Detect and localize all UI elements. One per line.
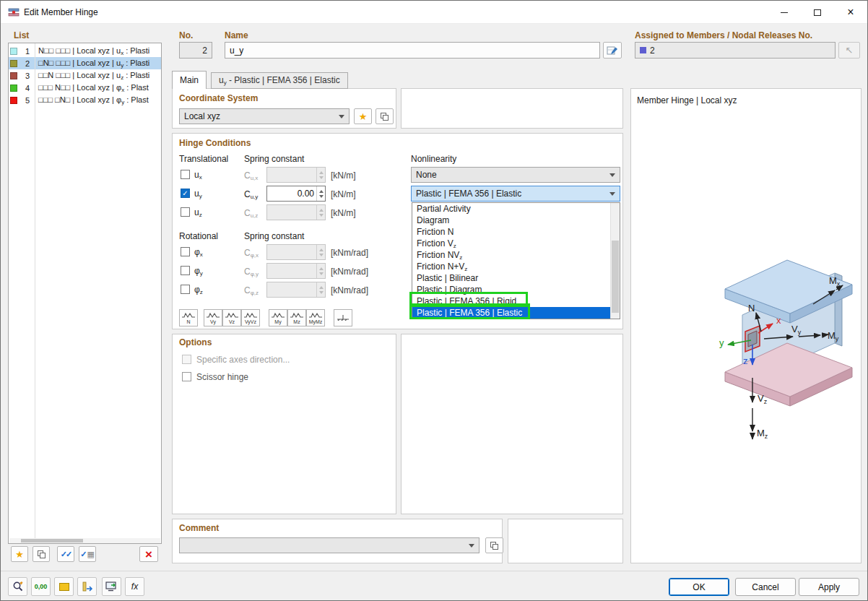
- name-input[interactable]: [225, 42, 600, 59]
- dropdown-item-friction-n[interactable]: Friction N: [412, 226, 620, 238]
- quick-hinge-n-button[interactable]: N: [179, 309, 198, 327]
- dropdown-scrollbar[interactable]: [610, 203, 620, 319]
- tab-main[interactable]: Main: [172, 71, 207, 89]
- spinner-arrows-icon[interactable]: [316, 186, 325, 201]
- spinner-arrows-icon[interactable]: [316, 168, 325, 182]
- pick-members-button[interactable]: ↖: [838, 42, 860, 59]
- title-bar: Edit Member Hinge: [1, 1, 867, 24]
- display-settings-button[interactable]: [102, 577, 121, 596]
- coordinate-system-combo[interactable]: Local xyz: [179, 108, 350, 124]
- ok-button[interactable]: OK: [669, 578, 729, 596]
- nonlinearity-uy-combo-open[interactable]: Plastic | FEMA 356 | Elastic: [411, 186, 620, 202]
- quick-hinge-vz-button[interactable]: Vz: [222, 309, 241, 327]
- dropdown-item-partial-activity[interactable]: Partial Activity: [412, 203, 620, 215]
- edit-member-hinge-dialog: Edit Member Hinge × List 1 N□□ □□□ | Loc…: [0, 0, 868, 601]
- copy-hinge-button[interactable]: [32, 546, 50, 562]
- checkbox-phiy[interactable]: [181, 266, 190, 275]
- edit-coordinate-system-button[interactable]: [376, 108, 394, 124]
- list-item-3[interactable]: 3 □□N □□□ | Local xyz | uz : Plasti: [9, 69, 161, 82]
- color-legend-button[interactable]: [54, 577, 74, 596]
- dropdown-item-plastic-bilinear[interactable]: Plastic | Bilinear: [412, 272, 620, 284]
- cphiy-spinner: [266, 263, 326, 279]
- spinner-arrows-icon[interactable]: [316, 282, 325, 297]
- checkbox-scissor-hinge[interactable]: [182, 372, 191, 381]
- decimal-places-button[interactable]: 0,00: [31, 577, 51, 596]
- checkbox-phiz[interactable]: [181, 285, 190, 294]
- list-item-1[interactable]: 1 N□□ □□□ | Local xyz | ux : Plasti: [9, 45, 161, 57]
- minimize-button[interactable]: [768, 1, 801, 24]
- spinner-arrows-icon[interactable]: [316, 205, 325, 220]
- checkbox-phix[interactable]: [181, 247, 190, 256]
- dropdown-item-plastic-diagram[interactable]: Plastic | Diagram: [412, 284, 620, 295]
- axes-icon: [82, 581, 93, 592]
- scrollbar-thumb[interactable]: [21, 539, 83, 542]
- quick-hinge-vyvz-button[interactable]: VyVz: [241, 309, 260, 327]
- dropdown-item-diagram[interactable]: Diagram: [412, 215, 620, 226]
- axes-toggle-button[interactable]: [77, 577, 97, 596]
- check-all-button[interactable]: ✓✓: [57, 546, 74, 562]
- dropdown-item-plastic-fema-elastic-selected[interactable]: Plastic | FEMA 356 | Elastic: [412, 307, 620, 319]
- phiz-label: φz: [194, 285, 203, 295]
- close-icon: ×: [847, 7, 854, 18]
- zoom-edit-button[interactable]: [8, 577, 27, 596]
- tab-uy-plastic-fema[interactable]: uy - Plastic | FEMA 356 | Elastic: [211, 72, 348, 89]
- spring-icon: [271, 312, 285, 319]
- function-button[interactable]: fx: [125, 577, 144, 596]
- color-swatch: [10, 48, 17, 55]
- cuz-spinner: [266, 204, 326, 220]
- dropdown-item-friction-nvz[interactable]: Friction NVz: [412, 249, 620, 261]
- cphiz-label: Cφ,z: [244, 285, 259, 296]
- quick-button-label: Vy: [210, 319, 216, 324]
- color-swatch: [10, 60, 17, 67]
- list-item-2-selected[interactable]: 2 □N□ □□□ | Local xyz | uy : Plasti: [9, 57, 161, 69]
- quick-hinge-mymz-button[interactable]: MyMz: [306, 309, 325, 327]
- comment-header: Comment: [179, 523, 219, 533]
- cphiy-label: Cφ,y: [244, 267, 259, 277]
- spinner-arrows-icon[interactable]: [316, 245, 325, 259]
- close-button[interactable]: ×: [834, 1, 867, 24]
- delete-hinge-button[interactable]: ×: [139, 546, 158, 562]
- spinner-arrows-icon[interactable]: [316, 264, 325, 278]
- member-color-swatch: [640, 47, 646, 53]
- quick-hinge-my-button[interactable]: My: [269, 309, 287, 327]
- comment-combo[interactable]: [179, 537, 479, 553]
- list-horizontal-scrollbar[interactable]: [9, 538, 160, 543]
- dropdown-item-friction-n-plus-vz[interactable]: Friction N+Vz: [412, 261, 620, 272]
- new-coordinate-system-button[interactable]: ★: [354, 108, 372, 124]
- spring-icon: [225, 312, 239, 319]
- new-star-icon: ★: [359, 112, 368, 121]
- x-axis-label: x: [776, 315, 781, 326]
- cuy-spinner[interactable]: 0.00: [266, 186, 326, 202]
- y-axis-label: y: [719, 337, 724, 348]
- list-item-4[interactable]: 4 □□□ N□□ | Local xyz | φx : Plast: [9, 82, 161, 94]
- checkbox-uy-checked[interactable]: [181, 189, 190, 198]
- new-hinge-button[interactable]: ★: [11, 546, 28, 562]
- nonlinearity-ux-combo[interactable]: None: [411, 167, 620, 183]
- checkbox-uz[interactable]: [181, 207, 190, 217]
- phix-label: φx: [194, 247, 203, 258]
- cphix-spinner: [266, 244, 326, 260]
- phix-unit: [kNm/rad]: [331, 248, 368, 258]
- list-item-label: □□□ □N□ | Local xyz | φy : Plast: [35, 95, 149, 105]
- spring-constant-label: Spring constant: [244, 154, 304, 164]
- list-item-5[interactable]: 5 □□□ □N□ | Local xyz | φy : Plast: [9, 94, 161, 106]
- quick-hinge-reset-button[interactable]: [334, 309, 352, 327]
- apply-button[interactable]: Apply: [799, 578, 859, 596]
- n-label: N: [748, 303, 755, 314]
- check-selected-button[interactable]: ✓▦: [79, 546, 96, 562]
- edit-name-button[interactable]: [603, 42, 622, 59]
- dropdown-item-friction-vz[interactable]: Friction Vz: [412, 238, 620, 249]
- nonlinearity-uy-value: Plastic | FEMA 356 | Elastic: [416, 189, 607, 199]
- hinge-3d-viewport[interactable]: Member Hinge | Local xyz: [630, 88, 862, 563]
- monitor-arrow-icon: [105, 581, 118, 592]
- scrollbar-thumb[interactable]: [612, 241, 619, 313]
- empty-box-top-right: [401, 88, 623, 129]
- quick-hinge-mz-button[interactable]: Mz: [287, 309, 306, 327]
- cuy-value: 0.00: [267, 186, 316, 201]
- maximize-button[interactable]: [801, 1, 834, 24]
- copy-comment-button[interactable]: [485, 537, 503, 553]
- quick-hinge-vy-button[interactable]: Vy: [204, 309, 222, 327]
- dropdown-item-plastic-fema-rigid[interactable]: Plastic | FEMA 356 | Rigid: [412, 295, 620, 307]
- cancel-button[interactable]: Cancel: [735, 578, 796, 596]
- checkbox-ux[interactable]: [181, 170, 190, 179]
